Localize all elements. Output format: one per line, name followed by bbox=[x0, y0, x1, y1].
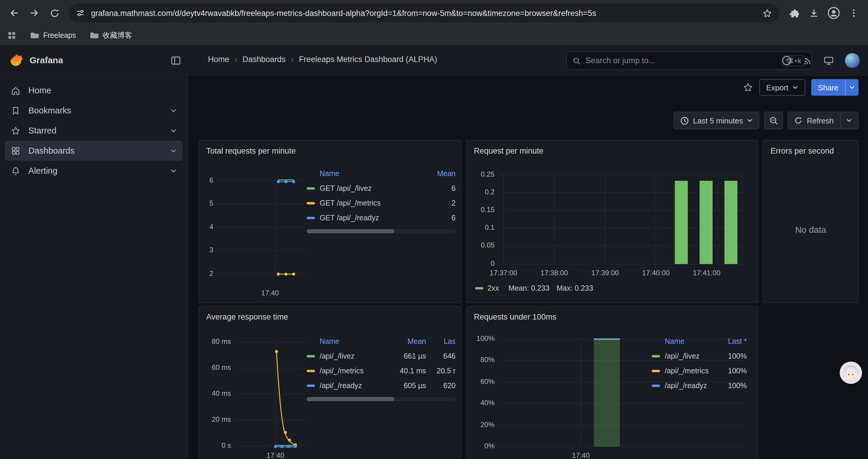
sidebar-item-home[interactable]: Home bbox=[5, 80, 183, 100]
panel-request-per-minute: Request per minute 0.25 0.2 0.15 0.1 0.0… bbox=[466, 140, 758, 303]
series-name[interactable]: GET /api/_/metrics bbox=[320, 199, 423, 207]
series-name[interactable]: GET /api/_/livez bbox=[320, 184, 423, 192]
y-tick: 40% bbox=[467, 399, 495, 407]
legend-column-last[interactable]: Las bbox=[426, 337, 456, 346]
refresh-button[interactable]: Refresh bbox=[788, 112, 859, 129]
zoom-out-icon bbox=[769, 116, 778, 125]
series-name[interactable]: /api/_/livez bbox=[665, 352, 720, 360]
legend-column-name[interactable]: Name bbox=[320, 169, 423, 178]
series-last: 100% bbox=[720, 366, 747, 375]
panel-legend-table: Name Mean GET /api/_/livez 6 GET /api/_/… bbox=[307, 167, 456, 225]
reload-button[interactable] bbox=[45, 4, 64, 23]
extensions-button[interactable] bbox=[784, 4, 803, 23]
series-name[interactable]: /api/_/livez bbox=[320, 352, 391, 360]
downloads-button[interactable] bbox=[804, 4, 823, 23]
y-tick: 20% bbox=[467, 421, 495, 429]
url-text: grafana.mathmast.com/d/deytv4rwavabkb/fr… bbox=[91, 8, 756, 18]
profile-button[interactable] bbox=[824, 4, 843, 23]
legend-row: GET /api/_/metrics 2 bbox=[307, 196, 456, 210]
series-name[interactable]: 2xx bbox=[488, 284, 499, 292]
legend-column-mean[interactable]: Mean bbox=[391, 337, 426, 346]
series-mean: 6 bbox=[423, 184, 456, 192]
chevron-down-icon bbox=[170, 147, 177, 154]
legend-scrollbar[interactable] bbox=[307, 397, 456, 401]
panel-title[interactable]: Requests under 100ms bbox=[474, 313, 556, 321]
search-bar[interactable]: ⌘+k bbox=[566, 52, 812, 70]
legend-dash-spacer bbox=[307, 172, 315, 175]
series-name[interactable]: /api/_/readyz bbox=[665, 381, 720, 390]
x-tick: 17:39:00 bbox=[584, 269, 626, 277]
monitor-icon[interactable] bbox=[824, 56, 834, 66]
url-bar[interactable]: grafana.mathmast.com/d/deytv4rwavabkb/fr… bbox=[68, 4, 779, 23]
assistant-avatar bbox=[840, 362, 862, 384]
bookmark-folder-freeleaps[interactable]: Freeleaps bbox=[30, 31, 76, 40]
sidebar-item-bookmarks[interactable]: Bookmarks bbox=[5, 100, 183, 121]
y-tick: 3 bbox=[199, 246, 213, 254]
bookmark-label: Freeleaps bbox=[43, 31, 76, 40]
y-tick: 80 ms bbox=[199, 337, 231, 346]
bar-chart bbox=[499, 173, 745, 266]
chevron-down-icon[interactable] bbox=[846, 118, 852, 124]
sidebar-toggle-icon[interactable] bbox=[170, 55, 181, 66]
legend-row: /api/_/readyz 100% bbox=[652, 378, 747, 393]
export-button[interactable]: Export bbox=[759, 79, 805, 96]
panel-title[interactable]: Request per minute bbox=[474, 146, 544, 155]
assistant-avatar-button[interactable] bbox=[840, 362, 862, 384]
share-label[interactable]: Share bbox=[812, 79, 845, 96]
series-mean: 2 bbox=[423, 199, 456, 207]
site-settings-icon[interactable] bbox=[75, 8, 85, 18]
user-avatar[interactable] bbox=[845, 53, 860, 68]
bookmark-folder-blogs[interactable]: 收藏博客 bbox=[89, 30, 132, 40]
y-tick: 0.2 bbox=[467, 188, 495, 196]
news-rss-icon[interactable] bbox=[803, 56, 812, 65]
legend-column-mean[interactable]: Mean bbox=[423, 169, 456, 178]
zoom-out-button[interactable] bbox=[764, 112, 783, 129]
y-tick: 80% bbox=[467, 356, 495, 364]
series-name[interactable]: /api/_/readyz bbox=[320, 381, 391, 390]
sidebar-item-starred[interactable]: Starred bbox=[5, 121, 183, 140]
y-tick: 0% bbox=[467, 442, 495, 450]
series-color-dash bbox=[307, 369, 315, 372]
chevron-down-icon bbox=[170, 127, 177, 134]
legend-column-last[interactable]: Last * bbox=[720, 337, 747, 346]
timeseries-chart bbox=[235, 339, 306, 451]
series-color-dash bbox=[307, 202, 315, 204]
svg-text:?: ? bbox=[785, 58, 788, 64]
panel-title[interactable]: Average response time bbox=[206, 313, 288, 321]
series-name[interactable]: GET /api/_/readyz bbox=[320, 214, 423, 222]
search-input[interactable] bbox=[586, 56, 778, 65]
series-name[interactable]: /api/_/metrics bbox=[665, 366, 720, 375]
y-tick: 2 bbox=[199, 269, 213, 277]
sidebar-item-alerting[interactable]: Alerting bbox=[5, 161, 183, 181]
grafana-logo[interactable] bbox=[9, 53, 24, 68]
back-button[interactable] bbox=[5, 4, 24, 23]
refresh-icon bbox=[795, 117, 803, 125]
chevron-down-icon bbox=[793, 85, 799, 90]
no-data-message: No data bbox=[764, 225, 858, 234]
sidebar-item-dashboards[interactable]: Dashboards bbox=[5, 140, 183, 161]
grafana-brand[interactable]: Grafana bbox=[30, 55, 63, 65]
favorite-star-icon[interactable] bbox=[742, 82, 753, 93]
legend-scrollbar[interactable] bbox=[307, 229, 456, 233]
series-mean: 605 µs bbox=[391, 381, 426, 390]
panel-title[interactable]: Total requests per minute bbox=[206, 146, 296, 155]
breadcrumb-dashboards[interactable]: Dashboards bbox=[243, 55, 286, 64]
breadcrumb-home[interactable]: Home bbox=[208, 55, 229, 64]
scrollbar-thumb[interactable] bbox=[307, 229, 394, 233]
series-name[interactable]: /api/_/metrics bbox=[320, 366, 391, 375]
legend-column-name[interactable]: Name bbox=[665, 337, 720, 346]
legend-column-name[interactable]: Name bbox=[320, 337, 391, 346]
share-menu-caret[interactable] bbox=[845, 79, 859, 96]
forward-button[interactable] bbox=[25, 4, 44, 23]
x-tick: 17:40 bbox=[261, 451, 289, 459]
time-range-picker[interactable]: Last 5 minutes bbox=[674, 112, 760, 129]
browser-menu-button[interactable] bbox=[844, 4, 863, 23]
bookmark-star-icon[interactable] bbox=[762, 8, 772, 18]
help-icon[interactable]: ? bbox=[782, 56, 792, 66]
share-button[interactable]: Share bbox=[812, 79, 859, 96]
breadcrumb: Home › Dashboards › Freeleaps Metrics Da… bbox=[208, 55, 437, 64]
panel-title[interactable]: Errors per second bbox=[771, 146, 834, 155]
apps-grid-icon[interactable] bbox=[7, 31, 17, 40]
sidebar-item-label: Alerting bbox=[28, 166, 57, 175]
scrollbar-thumb[interactable] bbox=[307, 397, 394, 401]
